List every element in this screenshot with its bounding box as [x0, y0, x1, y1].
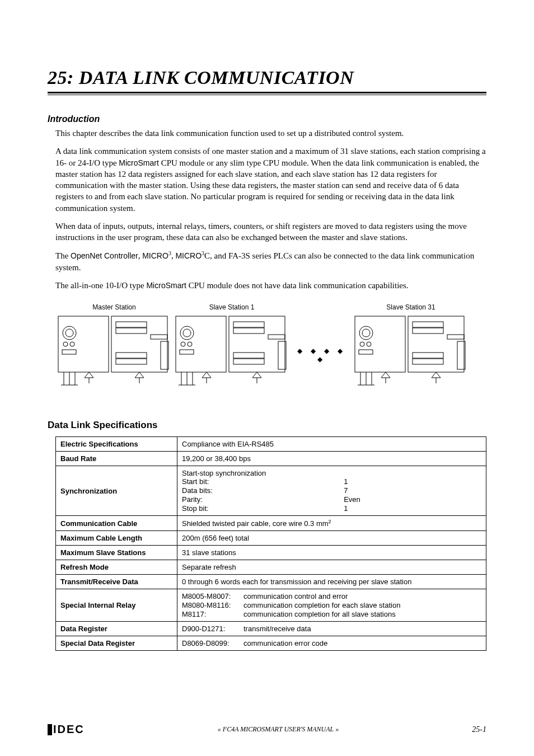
svg-point-20: [183, 329, 191, 337]
page-footer: IDEC « FC4A MICROSMART USER'S MANUAL » 2…: [48, 723, 486, 736]
station-module-icon: [352, 313, 470, 397]
svg-point-22: [188, 342, 192, 346]
title-rule: [48, 92, 486, 95]
svg-rect-17: [176, 316, 226, 372]
svg-rect-35: [408, 316, 464, 372]
svg-rect-28: [268, 335, 285, 339]
spec-label: Synchronization: [56, 466, 177, 516]
station-module-icon: [173, 313, 291, 397]
svg-rect-44: [413, 359, 443, 364]
chapter-title-text: DATA LINK COMMUNICATION: [74, 67, 354, 88]
spec-label: Refresh Mode: [56, 560, 177, 575]
svg-rect-26: [233, 353, 264, 358]
svg-rect-8: [116, 328, 147, 334]
spec-label: Data Register: [56, 622, 177, 636]
spec-value: Compliance with EIA-RS485: [177, 437, 486, 452]
spec-value: 19,200 or 38,400 bps: [177, 452, 486, 466]
spec-value: D8069-D8099:communication error code: [177, 636, 486, 651]
svg-rect-6: [62, 350, 76, 354]
spec-value: 200m (656 feet) total: [177, 531, 486, 546]
svg-point-21: [181, 342, 185, 346]
chapter-number: 25:: [48, 67, 74, 88]
svg-point-19: [180, 326, 194, 340]
spec-value: M8005-M8007:communication control and er…: [177, 589, 486, 622]
table-row: Refresh Mode Separate refresh: [56, 560, 486, 575]
paragraph: When data of inputs, outputs, internal r…: [55, 220, 486, 243]
svg-rect-40: [359, 350, 373, 354]
svg-rect-43: [413, 353, 443, 358]
svg-rect-0: [58, 316, 109, 372]
table-row: Special Internal Relay M8005-M8007:commu…: [56, 589, 486, 622]
svg-rect-34: [355, 316, 405, 372]
station-labels-row: Master Station Slave Station 1 Slave Sta…: [55, 303, 486, 311]
spec-label: Communication Cable: [56, 516, 177, 531]
slave-station-1-label: Slave Station 1: [173, 303, 291, 311]
stations-diagram: Master Station Slave Station 1 Slave Sta…: [55, 303, 486, 397]
svg-rect-23: [180, 350, 194, 354]
paragraph: The OpenNet Controller, MICRO3, MICRO3C,…: [55, 250, 486, 273]
svg-rect-25: [233, 328, 264, 334]
stations-row: ◆ ◆ ◆ ◆ ◆: [55, 313, 486, 397]
svg-rect-27: [233, 359, 264, 364]
paragraph: A data link communication system consist…: [55, 145, 486, 214]
svg-rect-1: [111, 316, 167, 372]
paragraph: The all-in-one 10-I/O type MicroSmart CP…: [55, 280, 486, 291]
spec-value: Shielded twisted pair cable, core wire 0…: [177, 516, 486, 531]
svg-point-38: [360, 342, 364, 346]
table-row: Maximum Cable Length 200m (656 feet) tot…: [56, 531, 486, 546]
table-row: Electric Specifications Compliance with …: [56, 437, 486, 452]
table-row: Baud Rate 19,200 or 38,400 bps: [56, 452, 486, 466]
section-heading-introduction: Introduction: [48, 114, 486, 124]
svg-point-2: [63, 326, 76, 340]
svg-rect-45: [447, 335, 464, 339]
ellipsis-dots: ◆ ◆ ◆ ◆ ◆: [291, 347, 352, 364]
svg-rect-42: [413, 328, 443, 334]
master-station-label: Master Station: [55, 303, 173, 311]
spec-label: Maximum Slave Stations: [56, 546, 177, 560]
svg-point-3: [65, 329, 73, 337]
svg-rect-41: [413, 322, 443, 327]
svg-rect-10: [116, 359, 147, 364]
spec-label: Special Data Register: [56, 636, 177, 651]
svg-rect-24: [233, 322, 264, 327]
page-number: 25-1: [472, 725, 486, 734]
table-row: Special Data Register D8069-D8099:commun…: [56, 636, 486, 651]
table-row: Synchronization Start-stop synchronizati…: [56, 466, 486, 516]
svg-rect-7: [116, 322, 147, 327]
table-row: Transmit/Receive Data 0 through 6 words …: [56, 575, 486, 589]
spec-label: Baud Rate: [56, 452, 177, 466]
svg-point-5: [70, 342, 74, 346]
chapter-title: 25: DATA LINK COMMUNICATION: [48, 67, 486, 88]
logo-bar-icon: [48, 724, 52, 735]
manual-title: « FC4A MICROSMART USER'S MANUAL »: [218, 725, 339, 734]
svg-point-4: [63, 342, 68, 346]
table-row: Maximum Slave Stations 31 slave stations: [56, 546, 486, 560]
spec-label: Electric Specifications: [56, 437, 177, 452]
svg-rect-18: [229, 316, 285, 372]
spec-value: 0 through 6 words each for transmission …: [177, 575, 486, 589]
svg-point-36: [359, 326, 373, 340]
table-row: Communication Cable Shielded twisted pai…: [56, 516, 486, 531]
page: 25: DATA LINK COMMUNICATION Introduction…: [0, 0, 534, 756]
paragraph: This chapter describes the data link com…: [55, 128, 486, 139]
spec-label: Special Internal Relay: [56, 589, 177, 622]
station-module-icon: [55, 313, 173, 397]
svg-rect-11: [151, 335, 167, 339]
svg-point-39: [367, 342, 371, 346]
spec-label: Transmit/Receive Data: [56, 575, 177, 589]
spec-value: D900-D1271:transmit/receive data: [177, 622, 486, 636]
slave-station-31-label: Slave Station 31: [352, 303, 470, 311]
spec-table: Electric Specifications Compliance with …: [55, 436, 486, 651]
spec-label: Maximum Cable Length: [56, 531, 177, 546]
svg-rect-9: [116, 353, 147, 358]
spec-value: Start-stop synchronization Start bit:1 D…: [177, 466, 486, 516]
spec-value: 31 slave stations: [177, 546, 486, 560]
section-heading-specs: Data Link Specifications: [48, 420, 486, 431]
table-row: Data Register D900-D1271:transmit/receiv…: [56, 622, 486, 636]
idec-logo: IDEC: [48, 723, 85, 736]
spec-value: Separate refresh: [177, 560, 486, 575]
svg-point-37: [362, 329, 370, 337]
